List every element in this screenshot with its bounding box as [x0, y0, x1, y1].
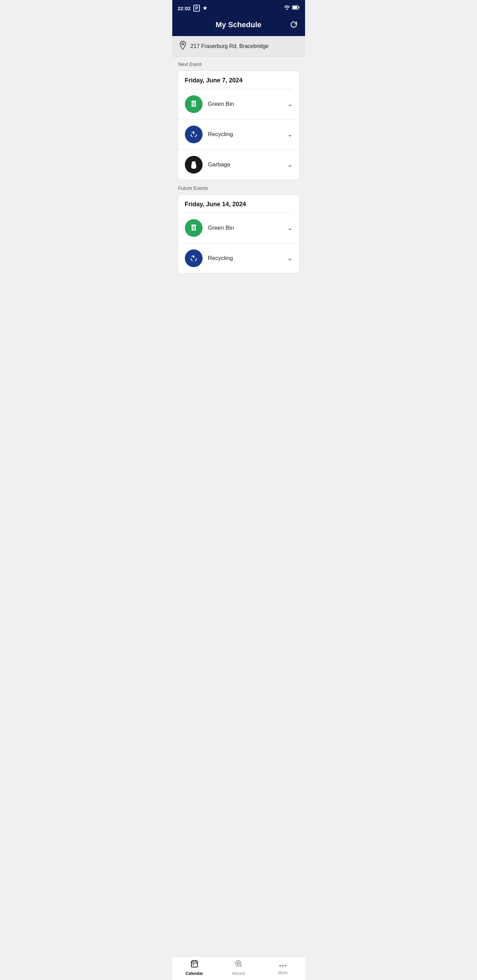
future-events-label: Future Events [178, 185, 300, 191]
future-event-card-1: Friday, June 14, 2024 Green Bin ⌄ [178, 194, 300, 274]
star-icon: ★ [203, 5, 207, 11]
svg-line-23 [240, 966, 241, 967]
garbage-label: Garbage [208, 161, 282, 168]
next-event-card: Friday, June 7, 2024 Green Bin ⌄ [178, 70, 300, 180]
garbage-chevron[interactable]: ⌄ [287, 161, 292, 169]
calendar-nav-label: Calendar [185, 971, 203, 976]
address-text: 217 Fraserburg Rd, Bracebridge [191, 43, 269, 49]
svg-point-26 [285, 965, 286, 967]
status-time: 22:02 [178, 5, 191, 11]
recycling-chevron[interactable]: ⌄ [287, 130, 292, 138]
svg-rect-2 [293, 6, 297, 9]
future-recycling-label: Recycling [208, 255, 282, 262]
svg-rect-5 [192, 102, 196, 107]
future-green-bin-label: Green Bin [208, 224, 282, 231]
future-recycling-chevron[interactable]: ⌄ [287, 255, 292, 262]
future-event-date-1: Friday, June 14, 2024 [178, 195, 299, 213]
bottom-nav: Calendar Wizard More [172, 956, 305, 980]
nav-item-more[interactable]: More [269, 960, 297, 975]
calendar-nav-icon [190, 959, 198, 970]
future-event-item-recycling: Recycling ⌄ [178, 243, 299, 273]
battery-icon [292, 5, 300, 11]
status-bar: 22:02 P ★ [172, 0, 305, 15]
more-nav-label: More [278, 970, 287, 975]
svg-rect-11 [192, 225, 196, 231]
svg-rect-14 [193, 226, 193, 230]
svg-rect-12 [191, 224, 196, 226]
location-pin-icon [179, 41, 187, 52]
future-green-bin-icon-circle [185, 219, 203, 237]
recycle-icon [189, 130, 198, 139]
svg-point-7 [193, 106, 195, 108]
svg-rect-8 [193, 102, 193, 106]
svg-point-4 [182, 43, 184, 45]
page-title: My Schedule [215, 21, 261, 29]
event-item-garbage: Garbage ⌄ [178, 150, 299, 180]
svg-rect-20 [193, 964, 194, 966]
svg-rect-15 [194, 226, 195, 230]
green-bin-chevron[interactable]: ⌄ [287, 100, 292, 108]
svg-point-10 [192, 161, 196, 164]
app-header: My Schedule [172, 15, 305, 36]
future-recycling-icon-circle [185, 250, 203, 267]
wizard-nav-icon [235, 959, 243, 970]
svg-point-24 [279, 965, 281, 967]
more-nav-icon [279, 960, 287, 969]
svg-rect-3 [298, 7, 300, 8]
garbage-icon-circle [185, 156, 203, 173]
status-left: 22:02 P ★ [178, 5, 207, 11]
refresh-button[interactable] [289, 20, 298, 31]
garbage-bag-icon [189, 160, 198, 169]
nav-item-calendar[interactable]: Calendar [181, 959, 208, 976]
event-item-recycling: Recycling ⌄ [178, 119, 299, 150]
svg-point-13 [193, 230, 195, 231]
svg-point-0 [286, 8, 288, 10]
next-event-date: Friday, June 7, 2024 [178, 71, 299, 89]
svg-rect-6 [191, 101, 196, 102]
status-right [284, 5, 300, 11]
future-bin-icon [189, 223, 198, 233]
parking-icon: P [193, 5, 200, 11]
svg-rect-9 [194, 102, 195, 106]
event-item-green-bin: Green Bin ⌄ [178, 89, 299, 119]
main-content: Next Event Friday, June 7, 2024 Green Bi… [172, 57, 305, 980]
recycling-icon-circle [185, 126, 203, 143]
future-green-bin-chevron[interactable]: ⌄ [287, 224, 292, 232]
next-event-label: Next Event [178, 62, 300, 67]
page-wrapper: 22:02 P ★ My Schedule [172, 0, 305, 980]
wifi-icon [284, 5, 290, 11]
svg-rect-16 [191, 961, 198, 967]
green-bin-icon-circle [185, 95, 203, 113]
future-recycle-icon [189, 253, 198, 263]
wizard-nav-label: Wizard [232, 971, 245, 976]
address-bar: 217 Fraserburg Rd, Bracebridge [172, 36, 305, 57]
bin-icon [189, 99, 198, 109]
nav-item-wizard[interactable]: Wizard [225, 959, 252, 976]
svg-point-25 [282, 965, 284, 967]
svg-point-22 [237, 962, 239, 964]
green-bin-label: Green Bin [208, 101, 282, 108]
future-event-item-green-bin: Green Bin ⌄ [178, 213, 299, 243]
recycling-label: Recycling [208, 131, 282, 138]
